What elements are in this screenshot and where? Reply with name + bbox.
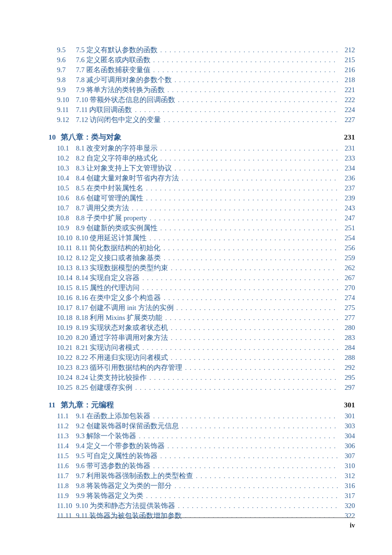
entry-title: 8.18 利用 Mixins 扩展类功能 [76,313,162,322]
toc-entry[interactable]: 10.208.20 通过字符串调用对象方法 . . . . . . . . . … [57,333,355,343]
entry-index: 10.17 [57,303,76,312]
toc-entry[interactable]: 10.148.14 实现自定义容器 . . . . . . . . . . . … [57,273,355,283]
leader-dots: . . . . . . . . . . . . . . . . . . . . … [139,432,338,441]
toc-entry[interactable]: 10.28.2 自定义字符串的格式化 . . . . . . . . . . .… [57,153,355,163]
entry-page: 303 [341,421,355,431]
chapter-heading[interactable]: 10第八章：类与对象231 [48,132,355,142]
toc-entry[interactable]: 11.69.6 带可选参数的装饰器 . . . . . . . . . . . … [57,461,355,471]
entry-page: 233 [341,153,355,163]
leader-dots: . . . . . . . . . . . . . . . . . . . . … [168,85,338,95]
entry-page: 274 [341,293,355,302]
entry-page: 288 [341,353,355,362]
toc-entry[interactable]: 9.97.9 将单方法的类转换为函数 . . . . . . . . . . .… [57,85,355,95]
toc-entry[interactable]: 9.117.11 内联回调函数 . . . . . . . . . . . . … [57,105,355,115]
entry-page: 247 [341,213,355,223]
leader-dots: . . . . . . . . . . . . . . . . . . . . … [164,254,338,263]
leader-dots: . . . . . . . . . . . . . . . . . . . . … [146,184,338,193]
entry-index: 10.22 [57,353,76,362]
leader-dots: . . . . . . . . . . . . . . . . . . . . … [168,442,338,451]
entry-title: 8.7 调用父类方法 [76,203,129,213]
toc-entry[interactable]: 10.88.8 子类中扩展 property . . . . . . . . .… [57,213,355,223]
entry-title: 8.17 创建不调用 init 方法的实例 [76,303,174,312]
toc-entry[interactable]: 11.49.4 定义一个带参数的装饰器 . . . . . . . . . . … [57,441,355,451]
leader-dots: . . . . . . . . . . . . . . . . . . . . … [153,56,338,65]
toc-entry[interactable]: 9.87.8 减少可调用对象的参数个数 . . . . . . . . . . … [57,75,355,85]
entry-index: 10.25 [57,383,76,392]
toc-entry[interactable]: 11.99.9 将装饰器定义为类 . . . . . . . . . . . .… [57,491,355,501]
entry-page: 227 [341,115,355,124]
entry-title: 9.9 将装饰器定义为类 [76,491,143,500]
toc-entry[interactable]: 11.109.10 为类和静态方法提供装饰器 . . . . . . . . .… [57,501,355,511]
entry-index: 9.5 [57,45,76,55]
toc-entry[interactable]: 10.238.23 循环引用数据结构的内存管理 . . . . . . . . … [57,363,355,373]
entry-page: 212 [341,45,355,55]
entry-index: 10.19 [57,323,76,332]
entry-index: 11.1 [57,411,76,421]
chapter-index: 10 [48,133,59,141]
chapter-title: 第九章：元编程 [61,400,114,410]
entry-page: 307 [341,451,355,461]
leader-dots: . . . . . . . . . . . . . . . . . . . . … [132,204,338,213]
toc-entry[interactable]: 10.178.17 创建不调用 init 方法的实例 . . . . . . .… [57,303,355,313]
chapter-title: 第八章：类与对象 [61,132,121,142]
entry-page: 301 [341,411,355,421]
entry-index: 10.13 [57,263,76,273]
entry-page: 283 [341,333,355,342]
toc-entry[interactable]: 10.78.7 调用父类方法 . . . . . . . . . . . . .… [57,203,355,213]
toc-entry[interactable]: 10.108.10 使用延迟计算属性 . . . . . . . . . . .… [57,233,355,243]
toc-entry[interactable]: 11.59.5 可自定义属性的装饰器 . . . . . . . . . . .… [57,451,355,461]
chapter-heading[interactable]: 11第九章：元编程301 [48,400,355,410]
toc-entry[interactable]: 10.98.9 创建新的类或实例属性 . . . . . . . . . . .… [57,223,355,233]
toc-entry[interactable]: 10.68.6 创建可管理的属性 . . . . . . . . . . . .… [57,193,355,203]
toc-entry[interactable]: 9.107.10 带额外状态信息的回调函数 . . . . . . . . . … [57,95,355,105]
toc-entry[interactable]: 10.228.22 不用递归实现访问者模式 . . . . . . . . . … [57,353,355,363]
entry-page: 292 [341,363,355,372]
toc-entry[interactable]: 10.168.16 在类中定义多个构造器 . . . . . . . . . .… [57,293,355,303]
entry-title: 8.15 属性的代理访问 [76,283,140,292]
toc-entry[interactable]: 10.48.4 创建大量对象时节省内存方法 . . . . . . . . . … [57,173,355,183]
leader-dots: . . . . . . . . . . . . . . . . . . . . … [142,343,338,353]
entry-index: 10.12 [57,253,76,263]
leader-dots: . . . . . . . . . . . . . . . . . . . . … [196,471,338,481]
toc-entry[interactable]: 10.198.19 实现状态对象或者状态机 . . . . . . . . . … [57,323,355,333]
entry-index: 11.10 [57,501,76,510]
entry-title: 8.3 让对象支持上下文管理协议 [76,163,172,173]
entry-title: 7.8 减少可调用对象的参数个数 [76,75,172,85]
toc-entry[interactable]: 9.77.7 匿名函数捕获变量值 . . . . . . . . . . . .… [57,65,355,75]
toc-entry[interactable]: 10.188.18 利用 Mixins 扩展类功能 . . . . . . . … [57,313,355,323]
toc-entry[interactable]: 10.128.12 定义接口或者抽象基类 . . . . . . . . . .… [57,253,355,263]
toc-entry[interactable]: 11.79.7 利用装饰器强制函数上的类型检查 . . . . . . . . … [57,471,355,481]
leader-dots: . . . . . . . . . . . . . . . . . . . . … [182,174,338,183]
toc-entry[interactable]: 11.19.1 在函数上添加包装器 . . . . . . . . . . . … [57,411,355,421]
entry-title: 9.6 带可选参数的装饰器 [76,461,150,470]
entry-title: 7.6 定义匿名或内联函数 [76,55,150,65]
leader-dots: . . . . . . . . . . . . . . . . . . . . … [142,283,338,293]
toc-entry[interactable]: 10.248.24 让类支持比较操作 . . . . . . . . . . .… [57,373,355,383]
toc-entry[interactable]: 9.127.12 访问闭包中定义的变量 . . . . . . . . . . … [57,115,355,125]
leader-dots: . . . . . . . . . . . . . . . . . . . . … [164,293,338,303]
entry-title: 7.9 将单方法的类转换为函数 [76,85,165,94]
toc-entry[interactable]: 10.38.3 让对象支持上下文管理协议 . . . . . . . . . .… [57,163,355,173]
toc-entry[interactable]: 10.138.13 实现数据模型的类型约束 . . . . . . . . . … [57,263,355,273]
entry-title: 8.25 创建缓存实例 [76,383,132,392]
toc-entry[interactable]: 11.39.3 解除一个装饰器 . . . . . . . . . . . . … [57,431,355,441]
entry-title: 9.5 可自定义属性的装饰器 [76,451,158,461]
entry-title: 8.16 在类中定义多个构造器 [76,293,161,302]
entry-title: 8.2 自定义字符串的格式化 [76,153,158,163]
entry-index: 11.3 [57,431,76,441]
toc-entry[interactable]: 10.158.15 属性的代理访问 . . . . . . . . . . . … [57,283,355,293]
toc-entry[interactable]: 10.58.5 在类中封装属性名 . . . . . . . . . . . .… [57,183,355,193]
entry-title: 8.12 定义接口或者抽象基类 [76,253,161,263]
toc-entry[interactable]: 11.89.8 将装饰器定义为类的一部分 . . . . . . . . . .… [57,481,355,491]
entry-index: 11.8 [57,481,76,490]
toc-entry[interactable]: 11.29.2 创建装饰器时保留函数元信息 . . . . . . . . . … [57,421,355,431]
toc-entry[interactable]: 10.118.11 简化数据结构的初始化 . . . . . . . . . .… [57,243,355,253]
toc-entry[interactable]: 9.57.5 定义有默认参数的函数 . . . . . . . . . . . … [57,45,355,55]
leader-dots: . . . . . . . . . . . . . . . . . . . . … [171,323,338,333]
leader-dots: . . . . . . . . . . . . . . . . . . . . … [175,164,338,173]
toc-entry[interactable]: 10.18.1 改变对象的字符串显示 . . . . . . . . . . .… [57,143,355,153]
entry-index: 10.4 [57,173,76,183]
toc-entry[interactable]: 9.67.6 定义匿名或内联函数 . . . . . . . . . . . .… [57,55,355,65]
toc-entry[interactable]: 10.258.25 创建缓存实例 . . . . . . . . . . . .… [57,383,355,393]
toc-entry[interactable]: 10.218.21 实现访问者模式 . . . . . . . . . . . … [57,343,355,353]
